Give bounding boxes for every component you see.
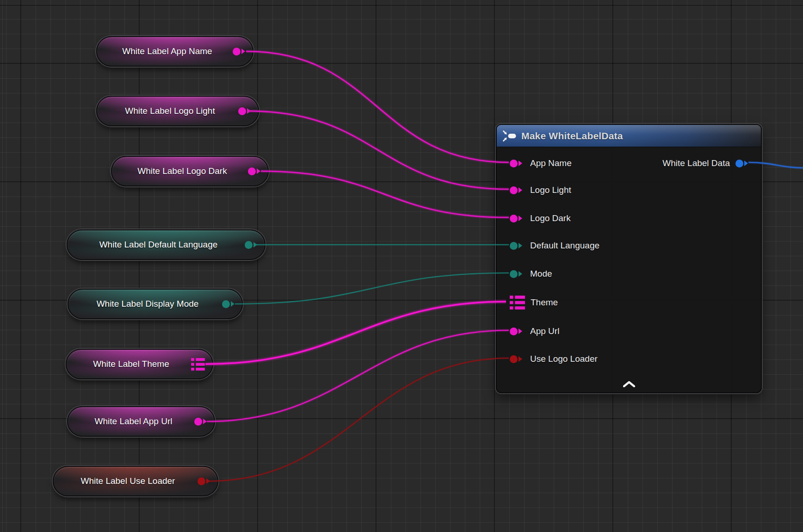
pin-circle-icon bbox=[510, 215, 518, 223]
input-pin-label: App Url bbox=[530, 326, 559, 336]
variable-node-label: White Label App Name bbox=[106, 46, 228, 56]
glyph-holder bbox=[510, 215, 525, 223]
data-pin[interactable] bbox=[233, 48, 245, 56]
struct-pin[interactable] bbox=[191, 358, 205, 371]
pin-arrow-icon bbox=[247, 108, 251, 114]
make-struct-icon bbox=[503, 130, 517, 142]
node-header[interactable]: Make WhiteLabelData bbox=[497, 125, 761, 147]
data-pin[interactable] bbox=[510, 355, 522, 363]
variable-node-display-mode[interactable]: White Label Display Mode bbox=[68, 289, 243, 319]
input-pin-label: Mode bbox=[530, 269, 552, 279]
pin-arrow-icon bbox=[519, 328, 522, 334]
variable-node-label: White Label Default Language bbox=[77, 240, 240, 250]
data-pin[interactable] bbox=[510, 328, 522, 335]
variable-node-theme[interactable]: White Label Theme bbox=[66, 349, 213, 379]
output-pin-row-white-label-data: White Label Data bbox=[662, 155, 748, 172]
glyph-holder bbox=[510, 355, 525, 363]
variable-node-use-loader[interactable]: White Label Use Loader bbox=[53, 466, 218, 496]
glyph-holder bbox=[510, 328, 525, 335]
glyph-holder bbox=[510, 270, 525, 278]
pin-circle-icon bbox=[248, 167, 256, 175]
variable-node-label: White Label Theme bbox=[76, 359, 186, 369]
pin-circle-icon bbox=[194, 418, 202, 426]
variable-node-label: White Label Use Loader bbox=[63, 476, 193, 486]
input-pin-row-use-logo-loader: Use Logo Loader bbox=[497, 351, 598, 367]
input-pin-row-logo-dark: Logo Dark bbox=[497, 210, 571, 227]
input-pin-row-app-name: App Name bbox=[497, 155, 572, 172]
wire-glow bbox=[261, 171, 509, 217]
variable-node-logo-dark[interactable]: White Label Logo Dark bbox=[111, 156, 269, 186]
data-pin[interactable] bbox=[194, 418, 207, 426]
input-pin-row-default-language: Default Language bbox=[497, 237, 599, 254]
pin-circle-icon bbox=[245, 241, 253, 249]
pin-arrow-icon bbox=[519, 161, 522, 166]
wire-7 bbox=[207, 330, 509, 421]
variable-node-app-url[interactable]: White Label App Url bbox=[67, 406, 215, 437]
wire-5 bbox=[235, 273, 509, 304]
pin-arrow-icon bbox=[203, 419, 207, 424]
collapse-pins-button[interactable] bbox=[620, 379, 638, 389]
wire-glow bbox=[205, 302, 506, 364]
pin-circle-icon bbox=[510, 270, 518, 278]
glyph-holder bbox=[510, 296, 525, 309]
pin-arrow-icon bbox=[744, 161, 748, 166]
wire-glow bbox=[207, 330, 509, 421]
wire-8 bbox=[209, 358, 509, 481]
data-pin[interactable] bbox=[510, 270, 522, 278]
variable-node-app-name[interactable]: White Label App Name bbox=[96, 36, 253, 67]
wire-glow bbox=[246, 51, 509, 162]
make-whitelabeldata-node[interactable]: Make WhiteLabelDataApp NameLogo LightLog… bbox=[496, 124, 762, 393]
variable-node-label: White Label Display Mode bbox=[78, 299, 217, 309]
pin-circle-icon bbox=[198, 477, 205, 485]
pin-arrow-icon bbox=[231, 301, 235, 307]
pin-circle-icon bbox=[238, 107, 246, 115]
wire-glow bbox=[209, 358, 509, 481]
pin-arrow-icon bbox=[519, 243, 522, 248]
data-pin[interactable] bbox=[198, 477, 210, 485]
input-pin-label: Use Logo Loader bbox=[530, 354, 598, 364]
variable-node-default-language[interactable]: White Label Default Language bbox=[67, 229, 266, 260]
wire-glow bbox=[235, 273, 509, 304]
struct-pin-icon bbox=[510, 296, 525, 309]
variable-node-logo-light[interactable]: White Label Logo Light bbox=[96, 96, 259, 126]
pin-circle-icon bbox=[510, 186, 518, 194]
wire-glow bbox=[247, 111, 509, 189]
node-title: Make WhiteLabelData bbox=[521, 130, 623, 142]
struct-pin[interactable] bbox=[510, 296, 525, 309]
pin-circle-icon bbox=[735, 160, 743, 167]
pin-circle-icon bbox=[222, 300, 230, 308]
data-pin[interactable] bbox=[510, 186, 522, 194]
input-pin-row-theme: Theme bbox=[497, 294, 558, 311]
input-pin-label: App Name bbox=[530, 158, 572, 168]
variable-node-label: White Label Logo Light bbox=[106, 106, 234, 116]
pin-arrow-icon bbox=[519, 187, 522, 193]
pin-circle-icon bbox=[510, 160, 518, 167]
pin-arrow-icon bbox=[257, 168, 260, 174]
data-pin[interactable] bbox=[735, 160, 748, 167]
data-pin[interactable] bbox=[510, 242, 522, 250]
input-pin-label: Default Language bbox=[530, 241, 599, 251]
glyph-holder bbox=[510, 160, 525, 167]
data-pin[interactable] bbox=[510, 160, 522, 167]
input-pin-row-app-url: App Url bbox=[497, 323, 559, 340]
pin-circle-icon bbox=[510, 355, 518, 363]
pin-circle-icon bbox=[233, 48, 241, 56]
wire-3 bbox=[261, 171, 509, 217]
wire-2 bbox=[247, 111, 509, 189]
data-pin[interactable] bbox=[510, 215, 522, 223]
pin-circle-icon bbox=[510, 242, 518, 250]
pin-arrow-icon bbox=[253, 242, 257, 247]
data-pin[interactable] bbox=[245, 241, 257, 249]
pin-arrow-icon bbox=[241, 49, 245, 54]
input-pin-label: Logo Dark bbox=[530, 213, 571, 223]
pin-circle-icon bbox=[510, 328, 518, 335]
pin-arrow-icon bbox=[519, 356, 522, 362]
data-pin[interactable] bbox=[222, 300, 235, 308]
blueprint-canvas[interactable]: White Label App NameWhite Label Logo Lig… bbox=[0, 0, 803, 532]
wire-6 bbox=[205, 302, 506, 364]
pin-arrow-icon bbox=[206, 478, 210, 484]
chevron-up-icon bbox=[623, 381, 635, 387]
pin-arrow-icon bbox=[519, 216, 522, 221]
data-pin[interactable] bbox=[248, 167, 260, 175]
data-pin[interactable] bbox=[238, 107, 251, 115]
